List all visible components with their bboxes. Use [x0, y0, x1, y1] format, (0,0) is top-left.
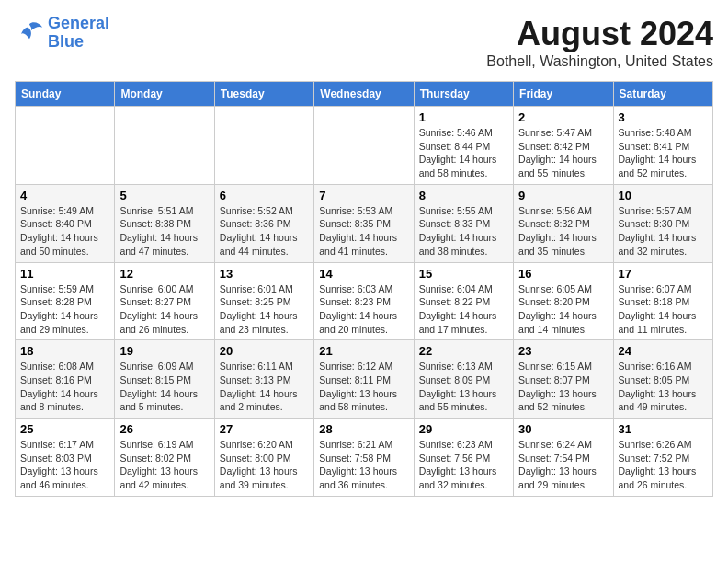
weekday-header-tuesday: Tuesday — [214, 82, 313, 107]
calendar-cell: 2Sunrise: 5:47 AM Sunset: 8:42 PM Daylig… — [514, 107, 613, 185]
day-info: Sunrise: 6:16 AM Sunset: 8:05 PM Dayligh… — [619, 360, 708, 414]
day-info: Sunrise: 6:05 AM Sunset: 8:20 PM Dayligh… — [518, 282, 608, 337]
day-info: Sunrise: 6:04 AM Sunset: 8:22 PM Dayligh… — [419, 282, 508, 337]
weekday-header-sunday: Sunday — [16, 82, 115, 107]
day-number: 5 — [119, 189, 209, 202]
weekday-header-wednesday: Wednesday — [314, 82, 414, 107]
day-info: Sunrise: 5:59 AM Sunset: 8:28 PM Dayligh… — [20, 282, 109, 337]
day-number: 3 — [619, 110, 708, 124]
day-info: Sunrise: 6:15 AM Sunset: 8:07 PM Dayligh… — [518, 360, 608, 414]
day-info: Sunrise: 6:17 AM Sunset: 8:03 PM Dayligh… — [20, 438, 109, 492]
calendar-week-2: 4Sunrise: 5:49 AM Sunset: 8:40 PM Daylig… — [16, 184, 713, 262]
page-title: August 2024 — [486, 15, 713, 53]
day-info: Sunrise: 6:20 AM Sunset: 8:00 PM Dayligh… — [220, 438, 309, 492]
day-number: 21 — [319, 344, 408, 358]
day-info: Sunrise: 6:24 AM Sunset: 7:54 PM Dayligh… — [518, 438, 608, 492]
day-number: 6 — [220, 189, 309, 202]
day-number: 29 — [419, 422, 508, 436]
day-number: 19 — [119, 344, 209, 358]
logo-icon — [15, 20, 44, 46]
logo: GeneralBlue — [15, 15, 109, 52]
day-info: Sunrise: 6:26 AM Sunset: 7:52 PM Dayligh… — [619, 438, 708, 492]
day-info: Sunrise: 5:47 AM Sunset: 8:42 PM Dayligh… — [518, 126, 608, 180]
calendar-cell: 17Sunrise: 6:07 AM Sunset: 8:18 PM Dayli… — [613, 262, 712, 340]
day-number: 4 — [20, 189, 109, 202]
day-info: Sunrise: 6:21 AM Sunset: 7:58 PM Dayligh… — [319, 438, 408, 492]
day-number: 13 — [220, 267, 309, 281]
calendar-cell: 8Sunrise: 5:55 AM Sunset: 8:33 PM Daylig… — [414, 184, 513, 262]
day-number: 15 — [419, 267, 508, 281]
calendar-cell: 15Sunrise: 6:04 AM Sunset: 8:22 PM Dayli… — [414, 262, 513, 340]
calendar-cell: 20Sunrise: 6:11 AM Sunset: 8:13 PM Dayli… — [214, 340, 313, 419]
calendar-cell: 10Sunrise: 5:57 AM Sunset: 8:30 PM Dayli… — [613, 184, 712, 262]
calendar-cell: 24Sunrise: 6:16 AM Sunset: 8:05 PM Dayli… — [613, 340, 712, 419]
day-info: Sunrise: 5:48 AM Sunset: 8:41 PM Dayligh… — [619, 126, 708, 180]
day-number: 30 — [518, 422, 608, 436]
calendar-cell: 27Sunrise: 6:20 AM Sunset: 8:00 PM Dayli… — [214, 419, 313, 497]
day-number: 26 — [119, 422, 209, 436]
calendar-cell — [214, 107, 313, 185]
calendar-cell: 12Sunrise: 6:00 AM Sunset: 8:27 PM Dayli… — [115, 262, 214, 340]
calendar-cell: 1Sunrise: 5:46 AM Sunset: 8:44 PM Daylig… — [414, 107, 513, 185]
calendar-cell — [16, 107, 115, 185]
calendar-cell: 16Sunrise: 6:05 AM Sunset: 8:20 PM Dayli… — [514, 262, 613, 340]
calendar-cell — [115, 107, 214, 185]
day-info: Sunrise: 6:09 AM Sunset: 8:15 PM Dayligh… — [119, 360, 209, 414]
calendar-week-3: 11Sunrise: 5:59 AM Sunset: 8:28 PM Dayli… — [16, 262, 713, 340]
calendar-cell: 13Sunrise: 6:01 AM Sunset: 8:25 PM Dayli… — [214, 262, 313, 340]
calendar-cell: 7Sunrise: 5:53 AM Sunset: 8:35 PM Daylig… — [314, 184, 414, 262]
calendar-cell: 5Sunrise: 5:51 AM Sunset: 8:38 PM Daylig… — [115, 184, 214, 262]
weekday-header-monday: Monday — [115, 82, 214, 107]
day-number: 23 — [518, 344, 608, 358]
day-number: 17 — [619, 267, 708, 281]
calendar-cell: 9Sunrise: 5:56 AM Sunset: 8:32 PM Daylig… — [514, 184, 613, 262]
day-info: Sunrise: 5:52 AM Sunset: 8:36 PM Dayligh… — [220, 204, 309, 259]
day-info: Sunrise: 6:11 AM Sunset: 8:13 PM Dayligh… — [220, 360, 309, 414]
calendar-cell: 18Sunrise: 6:08 AM Sunset: 8:16 PM Dayli… — [16, 340, 115, 419]
day-number: 28 — [319, 422, 408, 436]
day-info: Sunrise: 6:13 AM Sunset: 8:09 PM Dayligh… — [419, 360, 508, 414]
day-number: 25 — [20, 422, 109, 436]
calendar-cell: 22Sunrise: 6:13 AM Sunset: 8:09 PM Dayli… — [414, 340, 513, 419]
day-info: Sunrise: 6:00 AM Sunset: 8:27 PM Dayligh… — [119, 282, 209, 337]
weekday-header-saturday: Saturday — [613, 82, 712, 107]
day-info: Sunrise: 5:53 AM Sunset: 8:35 PM Dayligh… — [319, 204, 408, 259]
calendar-cell: 11Sunrise: 5:59 AM Sunset: 8:28 PM Dayli… — [16, 262, 115, 340]
calendar-cell: 21Sunrise: 6:12 AM Sunset: 8:11 PM Dayli… — [314, 340, 414, 419]
day-number: 31 — [619, 422, 708, 436]
calendar-cell: 30Sunrise: 6:24 AM Sunset: 7:54 PM Dayli… — [514, 419, 613, 497]
day-number: 8 — [419, 189, 508, 202]
calendar-cell: 28Sunrise: 6:21 AM Sunset: 7:58 PM Dayli… — [314, 419, 414, 497]
day-number: 18 — [20, 344, 109, 358]
logo-text: GeneralBlue — [48, 15, 109, 52]
title-section: August 2024 Bothell, Washington, United … — [486, 15, 713, 70]
calendar-table: SundayMondayTuesdayWednesdayThursdayFrid… — [15, 81, 713, 497]
weekday-header-row: SundayMondayTuesdayWednesdayThursdayFrid… — [16, 82, 713, 107]
day-number: 10 — [619, 189, 708, 202]
calendar-cell: 4Sunrise: 5:49 AM Sunset: 8:40 PM Daylig… — [16, 184, 115, 262]
calendar-cell: 19Sunrise: 6:09 AM Sunset: 8:15 PM Dayli… — [115, 340, 214, 419]
calendar-cell: 26Sunrise: 6:19 AM Sunset: 8:02 PM Dayli… — [115, 419, 214, 497]
day-number: 11 — [20, 267, 109, 281]
calendar-week-5: 25Sunrise: 6:17 AM Sunset: 8:03 PM Dayli… — [16, 419, 713, 497]
weekday-header-thursday: Thursday — [414, 82, 513, 107]
day-number: 27 — [220, 422, 309, 436]
day-info: Sunrise: 6:19 AM Sunset: 8:02 PM Dayligh… — [119, 438, 209, 492]
weekday-header-friday: Friday — [514, 82, 613, 107]
day-info: Sunrise: 5:46 AM Sunset: 8:44 PM Dayligh… — [419, 126, 508, 180]
day-number: 9 — [518, 189, 608, 202]
day-number: 22 — [419, 344, 508, 358]
day-number: 14 — [319, 267, 408, 281]
calendar-cell: 31Sunrise: 6:26 AM Sunset: 7:52 PM Dayli… — [613, 419, 712, 497]
day-info: Sunrise: 6:12 AM Sunset: 8:11 PM Dayligh… — [319, 360, 408, 414]
day-info: Sunrise: 5:55 AM Sunset: 8:33 PM Dayligh… — [419, 204, 508, 259]
calendar-cell: 29Sunrise: 6:23 AM Sunset: 7:56 PM Dayli… — [414, 419, 513, 497]
day-number: 12 — [119, 267, 209, 281]
day-info: Sunrise: 6:23 AM Sunset: 7:56 PM Dayligh… — [419, 438, 508, 492]
day-info: Sunrise: 5:56 AM Sunset: 8:32 PM Dayligh… — [518, 204, 608, 259]
day-number: 16 — [518, 267, 608, 281]
day-info: Sunrise: 5:57 AM Sunset: 8:30 PM Dayligh… — [619, 204, 708, 259]
day-number: 2 — [518, 110, 608, 124]
calendar-cell: 3Sunrise: 5:48 AM Sunset: 8:41 PM Daylig… — [613, 107, 712, 185]
day-number: 7 — [319, 189, 408, 202]
